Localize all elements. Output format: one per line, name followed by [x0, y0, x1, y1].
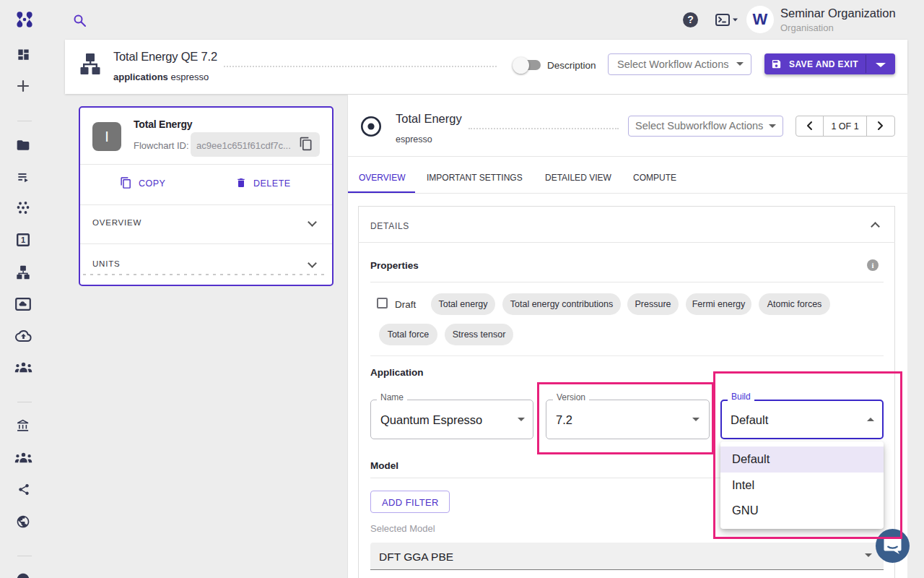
svg-text:1: 1 [21, 236, 25, 244]
